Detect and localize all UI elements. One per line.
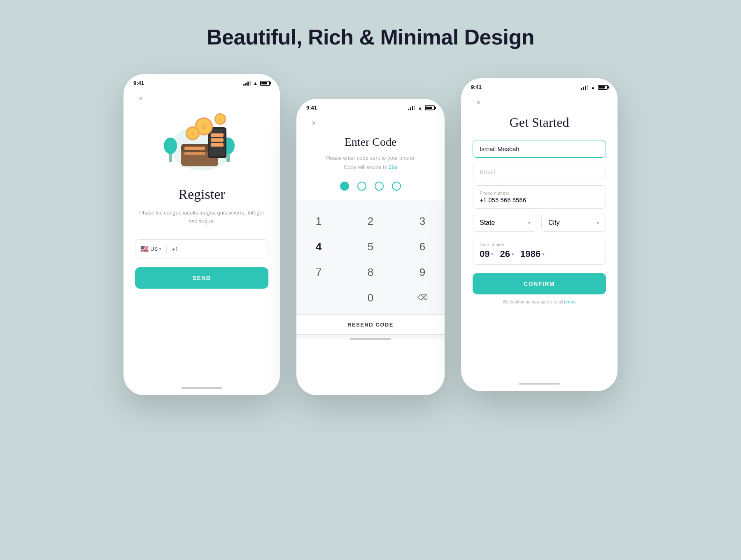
key-9[interactable]: 9 <box>397 260 445 285</box>
country-selector[interactable]: 🇺🇸 US ▾ <box>135 245 167 253</box>
state-chevron-icon: ▾ <box>528 221 530 225</box>
signal-icon-2 <box>408 105 415 110</box>
dob-field[interactable]: Date of birth 09 ▾ 26 ▾ 1986 ▾ <box>473 237 606 265</box>
terms-link[interactable]: terms <box>564 299 576 304</box>
signal-icon-1 <box>243 81 251 86</box>
numpad: 1 2 3 4 5 6 7 8 9 0 ⌫ RESEND CODE <box>296 201 445 339</box>
phone-value: +1 055 566 5566 <box>480 196 599 203</box>
phone-enter-code: 9:41 ▲ × Enter Code Please enter code se… <box>296 99 445 395</box>
code-dot-4 <box>392 182 401 191</box>
dob-selects: 09 ▾ 26 ▾ 1986 ▾ <box>480 249 599 259</box>
dob-year-chevron-icon: ▾ <box>542 252 544 257</box>
enter-code-title: Enter Code <box>308 135 433 149</box>
state-field[interactable]: State ▾ <box>473 214 537 232</box>
chevron-down-icon: ▾ <box>159 247 161 251</box>
key-empty <box>296 285 344 310</box>
phone-input-row[interactable]: 🇺🇸 US ▾ <box>135 239 268 259</box>
dob-year-value: 1986 <box>520 249 541 259</box>
name-value: Ismail Mesbah <box>480 145 599 152</box>
status-icons-1: ▲ <box>243 81 270 86</box>
svg-rect-14 <box>211 138 224 142</box>
close-button-3[interactable]: × <box>473 97 484 108</box>
dob-month-select[interactable]: 09 ▾ <box>480 249 493 259</box>
svg-text:$: $ <box>219 117 221 122</box>
svg-text:$: $ <box>202 122 206 131</box>
dob-month-chevron-icon: ▾ <box>491 252 493 257</box>
status-icons-3: ▲ <box>581 85 608 90</box>
home-indicator-3 <box>519 383 560 385</box>
numpad-grid: 1 2 3 4 5 6 7 8 9 0 ⌫ <box>296 209 445 310</box>
city-field[interactable]: City ▾ <box>541 214 606 232</box>
key-4[interactable]: 4 <box>296 234 344 259</box>
key-5[interactable]: 5 <box>345 234 396 259</box>
send-button[interactable]: SEND <box>135 267 268 289</box>
key-1[interactable]: 1 <box>296 209 344 233</box>
svg-rect-10 <box>184 152 205 155</box>
confirm-button[interactable]: CONFIRM <box>473 273 606 294</box>
enter-code-description: Please enter code sent to your phone, Co… <box>308 154 433 172</box>
register-title: Register <box>135 187 268 202</box>
terms-text: By confirming you agree to all terms <box>473 299 606 304</box>
home-indicator-1 <box>181 387 222 389</box>
svg-rect-9 <box>184 147 205 150</box>
code-timer: 29s <box>389 164 397 170</box>
signal-icon-3 <box>581 85 588 90</box>
svg-point-2 <box>164 138 177 154</box>
key-3[interactable]: 3 <box>397 209 445 233</box>
phone-get-started: 9:41 ▲ × Get Started Ismail Mesbah Email <box>461 78 618 391</box>
time-2: 9:41 <box>306 105 317 111</box>
close-button-1[interactable]: × <box>135 93 147 104</box>
get-started-title: Get Started <box>473 115 606 130</box>
dob-year-select[interactable]: 1986 ▾ <box>520 249 544 259</box>
phone-register: 9:41 ▲ × <box>124 74 280 395</box>
code-dots <box>308 182 433 191</box>
phone1-content: × <box>124 93 280 289</box>
key-8[interactable]: 8 <box>345 260 396 285</box>
key-2[interactable]: 2 <box>345 209 396 233</box>
svg-rect-13 <box>211 133 224 137</box>
key-7[interactable]: 7 <box>296 260 344 285</box>
name-field[interactable]: Ismail Mesbah <box>473 140 606 158</box>
time-3: 9:41 <box>471 84 482 90</box>
battery-icon-1 <box>260 81 270 86</box>
code-dot-3 <box>375 182 384 191</box>
wifi-icon-1: ▲ <box>253 81 258 86</box>
resend-button[interactable]: RESEND CODE <box>296 314 445 335</box>
code-dot-1 <box>340 182 349 191</box>
dob-day-chevron-icon: ▾ <box>512 252 514 257</box>
close-button-2[interactable]: × <box>308 117 319 129</box>
wifi-icon-2: ▲ <box>418 105 422 110</box>
phone3-content: × Get Started Ismail Mesbah Email Phone … <box>461 97 618 304</box>
state-label: State <box>480 219 495 226</box>
phone-field[interactable]: Phone number +1 055 566 5566 <box>473 185 606 209</box>
dob-day-value: 26 <box>500 249 510 259</box>
key-backspace[interactable]: ⌫ <box>397 285 445 310</box>
terms-prefix: By confirming you agree to all <box>503 299 563 304</box>
city-label: City <box>548 219 560 226</box>
svg-rect-15 <box>211 143 224 147</box>
register-description: Phasellus congue iaculis magna quis vive… <box>135 209 268 226</box>
phone-label: Phone number <box>480 191 599 196</box>
enter-code-desc-line1: Please enter code sent to your phone, <box>325 155 416 161</box>
dob-day-select[interactable]: 26 ▾ <box>500 249 513 259</box>
wifi-icon-3: ▲ <box>591 85 595 90</box>
email-placeholder: Email <box>480 168 599 175</box>
key-6[interactable]: 6 <box>397 234 445 259</box>
dob-label: Date of birth <box>480 242 599 247</box>
flag-icon: 🇺🇸 <box>140 245 149 253</box>
status-bar-1: 9:41 ▲ <box>124 74 280 89</box>
country-code: US <box>150 246 158 252</box>
state-city-row: State ▾ City ▾ <box>473 214 606 232</box>
key-0[interactable]: 0 <box>345 285 396 310</box>
svg-text:$: $ <box>191 131 194 137</box>
page-title: Beautiful, Rich & Minimal Design <box>207 25 534 49</box>
time-1: 9:41 <box>133 80 144 86</box>
phone-number-input[interactable] <box>167 246 268 252</box>
battery-icon-3 <box>598 85 608 90</box>
city-chevron-icon: ▾ <box>597 221 599 225</box>
status-icons-2: ▲ <box>408 105 435 110</box>
email-field[interactable]: Email <box>473 163 606 180</box>
enter-code-desc-line2: Code will expire in <box>344 164 387 170</box>
phone2-content: × Enter Code Please enter code sent to y… <box>296 117 445 191</box>
phones-container: 9:41 ▲ × <box>0 74 741 395</box>
